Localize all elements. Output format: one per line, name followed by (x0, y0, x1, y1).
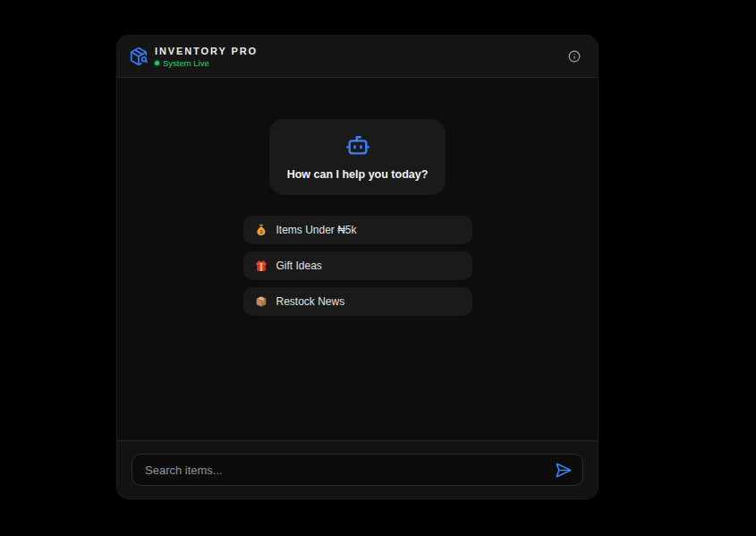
package-search-icon (129, 47, 149, 66)
chat-area: How can I help you today? $ Items Under … (117, 78, 598, 440)
status-label: System Live (163, 58, 209, 68)
suggestion-items-under-5k[interactable]: $ Items Under ₦5k (243, 216, 472, 244)
search-input[interactable] (145, 464, 552, 477)
info-icon[interactable] (566, 48, 582, 64)
suggestion-gift-ideas[interactable]: Gift Ideas (243, 251, 472, 280)
status-dot-icon (155, 61, 159, 65)
system-status: System Live (155, 58, 258, 68)
welcome-card: How can I help you today? (269, 119, 446, 195)
suggestion-label: Restock News (276, 295, 345, 308)
suggestion-label: Items Under ₦5k (276, 224, 357, 236)
gift-icon (255, 259, 268, 272)
app-title: INVENTORY PRO (155, 46, 258, 56)
brand: INVENTORY PRO System Live (129, 46, 258, 68)
bot-icon (345, 132, 370, 161)
money-bag-icon: $ (255, 224, 268, 236)
package-icon (255, 295, 268, 308)
welcome-message: How can I help you today? (287, 168, 429, 181)
send-button[interactable] (552, 459, 574, 481)
suggestion-restock-news[interactable]: Restock News (243, 287, 472, 316)
brand-text: INVENTORY PRO System Live (155, 46, 258, 68)
page-background: INVENTORY PRO System Live (0, 0, 756, 536)
search-box (132, 454, 583, 486)
inventory-pro-app: INVENTORY PRO System Live (117, 36, 598, 498)
composer (117, 440, 598, 498)
app-header: INVENTORY PRO System Live (117, 36, 598, 78)
suggestion-list: $ Items Under ₦5k Gift Ideas (243, 216, 472, 316)
suggestion-label: Gift Ideas (276, 259, 322, 272)
